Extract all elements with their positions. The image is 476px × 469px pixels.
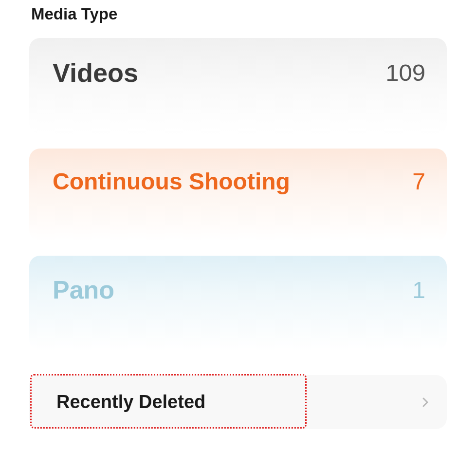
media-count-pano: 1 — [412, 277, 425, 303]
media-type-list: Videos 109 Continuous Shooting 7 Pano 1 … — [0, 23, 476, 429]
section-title: Media Type — [31, 5, 117, 23]
recently-deleted-label: Recently Deleted — [56, 392, 205, 413]
media-label-videos: Videos — [53, 57, 138, 88]
media-count-continuous: 7 — [412, 168, 425, 195]
section-header: Media Type — [0, 0, 476, 23]
media-card-continuous-shooting[interactable]: Continuous Shooting 7 — [29, 149, 447, 241]
media-card-pano[interactable]: Pano 1 — [29, 256, 447, 351]
media-card-videos[interactable]: Videos 109 — [29, 38, 447, 134]
chevron-right-icon — [420, 396, 431, 408]
media-label-pano: Pano — [53, 275, 114, 304]
recently-deleted-wrapper: Recently Deleted — [29, 375, 447, 429]
media-label-continuous: Continuous Shooting — [53, 168, 290, 195]
recently-deleted-row[interactable]: Recently Deleted — [29, 375, 447, 429]
media-count-videos: 109 — [385, 59, 425, 86]
